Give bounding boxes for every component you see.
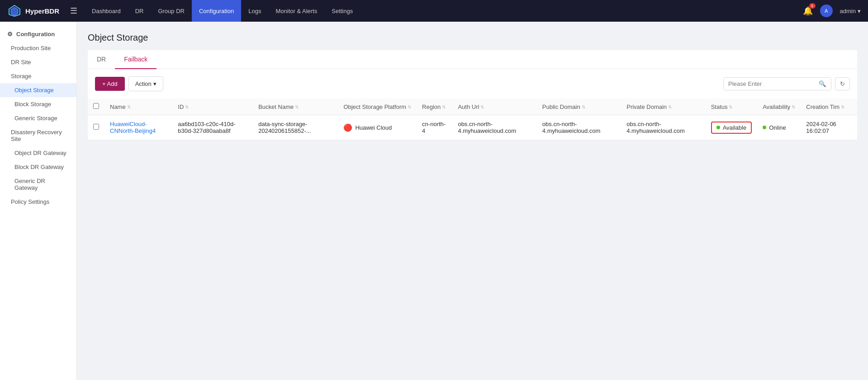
th-name[interactable]: Name ⇅ [104,99,172,115]
row-public-domain: obs.cn-north-4.myhuaweicloud.com [542,121,601,134]
sort-icon-region: ⇅ [442,104,446,109]
th-creation-time[interactable]: Creation Tim ⇅ [801,99,857,115]
sort-icon-public: ⇅ [582,104,585,109]
row-auth-url: obs.cn-north-4.myhuaweicloud.com [458,121,516,134]
sidebar-item-generic-storage[interactable]: Generic Storage [0,111,76,125]
sidebar-item-storage[interactable]: Storage [0,69,76,83]
app-logo[interactable]: HyperBDR [7,4,59,18]
select-all-checkbox[interactable] [93,103,99,109]
sidebar-item-disaster-recovery-site[interactable]: Disastery Recovery Site [0,125,76,146]
row-region-cell: cn-north-4 [417,115,452,140]
th-availability[interactable]: Availability ⇅ [757,99,801,115]
sidebar-item-dr-site[interactable]: DR Site [0,55,76,69]
nav-group-dr[interactable]: Group DR [151,0,192,22]
tab-dr[interactable]: DR [88,50,115,69]
app-name: HyperBDR [25,7,59,15]
th-status[interactable]: Status ⇅ [706,99,758,115]
hamburger-icon[interactable]: ☰ [70,6,77,16]
tab-bar: DR Failback [88,50,857,69]
th-public-domain[interactable]: Public Domain ⇅ [537,99,621,115]
data-table: Name ⇅ ID ⇅ Bucket Name ⇅ Object Storage… [88,99,857,140]
row-bucket: data-sync-storage-20240206155852-... [258,121,311,134]
notification-bell[interactable]: 🔔 9 [803,6,813,16]
th-private-domain[interactable]: Private Domain ⇅ [621,99,705,115]
sidebar-item-block-storage[interactable]: Block Storage [0,97,76,111]
sort-icon-private: ⇅ [668,104,672,109]
data-table-wrap: Name ⇅ ID ⇅ Bucket Name ⇅ Object Storage… [88,99,857,140]
main-content: Object Storage DR Failback + Add Action … [77,22,868,380]
nav-right: 🔔 9 A admin ▾ [803,5,861,17]
row-availability: Online [769,124,786,131]
row-public-domain-cell: obs.cn-north-4.myhuaweicloud.com [537,115,621,140]
row-id-cell: aa6bd103-c20c-410d-b30d-327d80aaba8f [172,115,253,140]
search-button[interactable]: 🔍 [814,78,831,90]
th-region[interactable]: Region ⇅ [417,99,452,115]
sidebar-section-label: Configuration [16,31,55,38]
nav-links: Dashboard DR Group DR Configuration Logs… [85,0,799,22]
notification-badge: 9 [809,3,816,9]
user-menu[interactable]: admin ▾ [840,8,861,14]
refresh-button[interactable]: ↻ [835,77,850,90]
th-platform[interactable]: Object Storage Platform ⇅ [338,99,417,115]
sidebar-item-policy-settings[interactable]: Policy Settings [0,195,76,209]
th-auth-url[interactable]: Auth Url ⇅ [452,99,536,115]
tab-failback[interactable]: Failback [115,50,157,69]
row-availability-cell: Online [757,115,801,140]
nav-logs[interactable]: Logs [241,0,268,22]
search-box: 🔍 [723,77,831,90]
row-auth-url-cell: obs.cn-north-4.myhuaweicloud.com [452,115,536,140]
row-checkbox-cell [88,115,104,140]
th-checkbox [88,99,104,115]
nav-monitor-alerts[interactable]: Monitor & Alerts [268,0,324,22]
nav-settings[interactable]: Settings [324,0,360,22]
row-private-domain: obs.cn-north-4.myhuaweicloud.com [626,121,685,134]
avatar: A [820,5,833,17]
user-name: admin [840,8,856,14]
row-id: aa6bd103-c20c-410d-b30d-327d80aaba8f [178,121,235,134]
sort-icon-time: ⇅ [841,104,844,109]
action-label: Action [135,80,152,87]
row-creation-time: 2024-02-06 16:02:07 [806,121,836,134]
configuration-icon: ⚙ [7,31,13,38]
th-id[interactable]: ID ⇅ [172,99,253,115]
row-platform: Huawei Cloud [355,124,392,131]
search-input[interactable] [724,78,814,90]
table-row: HuaweiCloud-CNNorth-Beijing4 aa6bd103-c2… [88,115,857,140]
sidebar-item-object-storage[interactable]: Object Storage [0,83,76,97]
sort-icon-platform: ⇅ [408,104,411,109]
sort-icon-name: ⇅ [127,104,131,109]
action-dropdown-button[interactable]: Action ▾ [128,76,163,91]
sidebar-item-generic-dr-gateway[interactable]: Generic DR Gateway [0,174,76,195]
th-bucket-name[interactable]: Bucket Name ⇅ [253,99,338,115]
chevron-down-icon: ▾ [153,80,157,87]
availability-indicator [763,126,766,129]
status-indicator [716,126,720,129]
main-layout: ⚙ Configuration Production Site DR Site … [0,22,868,380]
sort-icon-avail: ⇅ [792,104,795,109]
content-card: DR Failback + Add Action ▾ 🔍 ↻ [88,50,857,140]
sidebar-section-configuration: ⚙ Configuration [0,27,76,41]
svg-marker-1 [11,7,18,15]
top-navigation: HyperBDR ☰ Dashboard DR Group DR Configu… [0,0,868,22]
sidebar-item-block-dr-gateway[interactable]: Block DR Gateway [0,160,76,174]
nav-dr[interactable]: DR [128,0,151,22]
row-region: cn-north-4 [422,121,446,134]
row-status: Available [723,124,747,131]
sidebar-item-production-site[interactable]: Production Site [0,41,76,55]
toolbar: + Add Action ▾ 🔍 ↻ [88,69,857,99]
sort-icon-auth: ⇅ [480,104,484,109]
page-title: Object Storage [88,33,857,43]
row-checkbox[interactable] [93,124,99,130]
table-header-row: Name ⇅ ID ⇅ Bucket Name ⇅ Object Storage… [88,99,857,115]
chevron-down-icon: ▾ [858,8,861,14]
row-creation-time-cell: 2024-02-06 16:02:07 [801,115,857,140]
logo-icon [7,4,22,18]
sort-icon-status: ⇅ [729,104,732,109]
nav-dashboard[interactable]: Dashboard [85,0,128,22]
add-button[interactable]: + Add [95,77,125,91]
sidebar: ⚙ Configuration Production Site DR Site … [0,22,77,380]
row-name-link[interactable]: HuaweiCloud-CNNorth-Beijing4 [110,121,156,134]
row-status-cell: Available [706,115,758,140]
nav-configuration[interactable]: Configuration [192,0,241,22]
sidebar-item-object-dr-gateway[interactable]: Object DR Gateway [0,146,76,160]
